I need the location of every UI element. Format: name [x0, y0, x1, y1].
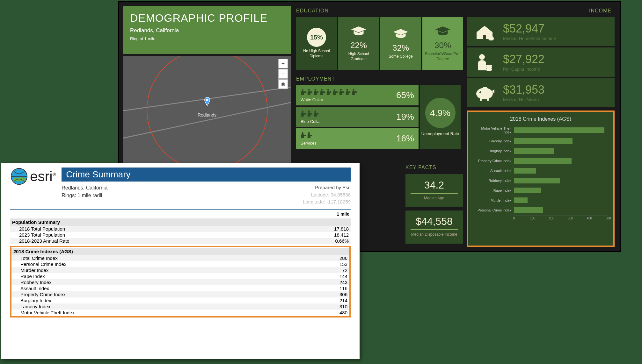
section-population-summary: Population Summary	[10, 218, 351, 226]
income-value: $27,922	[503, 53, 544, 66]
svg-point-27	[308, 132, 310, 134]
svg-point-15	[347, 89, 348, 90]
svg-point-34	[486, 68, 492, 71]
chart-category: Robbery Index	[473, 179, 514, 182]
chart-bar	[514, 148, 554, 154]
report-longitude: Longitude: -117.18259	[303, 198, 351, 206]
population-rows: 2018 Total Population17,8182023 Total Po…	[10, 226, 351, 244]
chart-row: Personal Crime Index	[473, 207, 608, 213]
edu-label: Some College	[389, 54, 412, 59]
emp-name: Blue Collar	[301, 119, 392, 124]
income-value: $52,947	[503, 22, 556, 35]
chart-bar	[514, 178, 560, 183]
svg-point-19	[302, 111, 303, 112]
edu-card-hs-grad: 22% High School Graduate	[338, 17, 379, 70]
svg-point-25	[302, 132, 303, 134]
svg-rect-39	[483, 87, 487, 89]
svg-rect-14	[342, 91, 344, 93]
esri-logo: esri®	[10, 168, 56, 185]
chart-tick: 300	[568, 217, 573, 220]
ring-label: Ring of 1 mile	[130, 36, 284, 41]
svg-point-21	[308, 111, 310, 112]
chart-category: Murder Index	[473, 198, 514, 202]
svg-rect-6	[317, 91, 318, 93]
emp-pct: 16%	[392, 133, 414, 144]
income-card-household: $52,947 Median Household Income	[467, 17, 615, 46]
edu-card-bachelors: 30% Bachelor's/Grad/Prof Degree	[422, 17, 463, 70]
chart-row: Property Crime Index	[473, 158, 608, 164]
table-row: Property Crime Index306	[11, 291, 349, 297]
emp-name: Services	[301, 141, 392, 146]
svg-point-35	[476, 88, 493, 99]
table-row: Robbery Index243	[11, 279, 349, 285]
table-row: Motor Vehicle Theft Index480	[11, 310, 349, 316]
chart-bar	[514, 207, 543, 213]
chart-tick: 0	[513, 217, 515, 220]
row-value: 18,412	[320, 232, 349, 238]
chart-category: Assault Index	[473, 169, 514, 173]
svg-rect-2	[304, 91, 306, 93]
row-value: 243	[319, 280, 347, 285]
chart-tick: 400	[587, 217, 592, 220]
svg-point-31	[479, 54, 485, 60]
map-controls: + −	[278, 59, 288, 89]
row-name: Robbery Index	[20, 280, 319, 285]
chart-bars: Motor Vehicle Theft IndexLarceny IndexBu…	[473, 126, 608, 213]
chart-bar	[514, 158, 572, 164]
row-value: 153	[319, 261, 347, 267]
house-icon	[472, 23, 497, 40]
row-name: Murder Index	[20, 268, 319, 273]
row-name: 2023 Total Population	[19, 232, 320, 238]
row-name: 2018 Total Population	[19, 226, 320, 232]
chart-bar	[514, 168, 536, 174]
map-widget[interactable]: Redlands + −	[123, 56, 291, 164]
worker-icons	[301, 110, 392, 118]
svg-point-17	[353, 89, 354, 90]
svg-point-9	[327, 89, 329, 90]
svg-rect-4	[310, 91, 312, 93]
zoom-out-button[interactable]: −	[278, 69, 288, 79]
edu-card-no-diploma: 15% No High School Diploma	[296, 17, 337, 70]
chart-title: 2018 Crime Indexes (AGS)	[473, 116, 608, 122]
income-value: $31,953	[503, 83, 544, 96]
row-name: Motor Vehicle Theft Index	[20, 310, 319, 315]
table-row: Larceny Index310	[11, 303, 349, 310]
report-prepared-by: Prepared by Esri	[303, 184, 351, 191]
chart-category: Property Crime Index	[473, 159, 514, 163]
brand-label: esri®	[30, 168, 56, 184]
edu-pct: 22%	[350, 40, 367, 50]
income-label: Per Capita Income	[503, 67, 544, 72]
emp-bar-blue-collar: Blue Collar 19%	[296, 107, 419, 127]
location-label: Redlands, California	[130, 27, 284, 34]
zoom-in-button[interactable]: +	[278, 59, 288, 68]
svg-point-11	[334, 89, 335, 90]
chart-row: Robbery Index	[473, 178, 608, 183]
row-value: 116	[319, 286, 347, 291]
edu-pct: 32%	[392, 43, 409, 53]
svg-rect-18	[355, 91, 357, 93]
row-value: 306	[319, 292, 347, 297]
table-row: Rape Index144	[11, 273, 349, 279]
row-value: 286	[319, 255, 347, 261]
divider	[411, 193, 458, 194]
row-name: Assault Index	[20, 286, 319, 291]
keyfact-disposable-income: $44,558 Median Disposable Income	[405, 211, 463, 244]
edu-label: No High School Diploma	[298, 49, 335, 59]
report-meta: Redlands, California Rings: 1 mile radii…	[62, 184, 351, 206]
chart-category: Personal Crime Index	[473, 208, 514, 212]
report-title: Crime Summary	[62, 168, 351, 182]
svg-rect-8	[323, 91, 325, 93]
income-card-percapita: $27,922 Per Capita Income	[467, 47, 615, 77]
crime-indexes-highlight: 2018 Crime Indexes (AGS) Total Crime Ind…	[10, 246, 351, 318]
chart-category: Burglary Index	[473, 149, 514, 153]
chart-category: Rape Index	[473, 189, 514, 192]
svg-rect-28	[310, 135, 312, 136]
keyfact-value: $44,558	[416, 216, 453, 227]
emp-bar-services: Services 16%	[296, 128, 419, 149]
row-value: 17,818	[320, 226, 349, 232]
graduation-cap-icon	[435, 25, 451, 38]
chart-row: Rape Index	[473, 188, 608, 193]
keyfact-median-age: 34.2 Median Age	[405, 174, 463, 207]
svg-point-5	[315, 89, 316, 90]
home-button[interactable]	[278, 79, 288, 89]
